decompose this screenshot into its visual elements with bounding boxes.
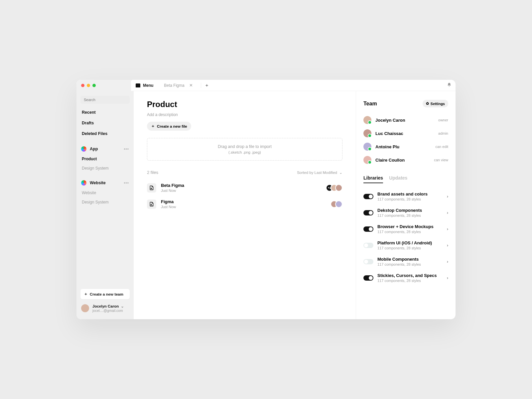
library-row: Dekstop Components117 components, 28 sty… [363,204,448,221]
create-team-label: Create a new team [90,292,123,296]
create-file-label: Create a new file [157,124,187,128]
library-toggle[interactable] [363,194,373,199]
member-role: can view [434,158,448,162]
sort-label: Sorted by Last Modified [297,171,337,175]
member-name: Antoine Plu [375,144,399,149]
sidebar-section-app[interactable]: App ••• [76,144,134,154]
library-row: Stickies, Cursors, and Specs117 componen… [363,270,448,286]
user-name: Jocelyn Caron [92,304,119,308]
menu-tab[interactable]: Menu [131,80,159,91]
avatar [363,143,371,151]
nav-recent[interactable]: Recent [76,107,134,118]
maximize-window-icon[interactable] [92,84,96,87]
tab-updates[interactable]: Updates [389,175,407,183]
chevron-right-icon[interactable]: › [447,227,448,231]
dropzone[interactable]: Drag and drop a file to import (.sketch … [147,138,342,161]
team-member[interactable]: Antoine Plucan edit [363,140,448,153]
library-row: Platform UI (iOS / Android)117 component… [363,237,448,253]
avatar [335,184,342,192]
document-tab-label: Beta Figma [164,83,184,88]
chevron-down-icon[interactable]: ⌄ [121,304,124,309]
avatar-group [331,200,342,208]
library-toggle[interactable] [363,243,373,248]
library-info: 117 components, 28 styles [377,279,437,283]
avatar-group: +2 [329,184,342,192]
chevron-down-icon: ⌄ [339,170,342,175]
description-placeholder[interactable]: Add a description [147,112,342,117]
file-row[interactable]: FigmaJust Now [147,196,342,212]
nav-deleted[interactable]: Deleted Files [76,128,134,139]
member-name: Claire Coullon [375,158,405,163]
create-team-button[interactable]: ＋ Create a new team [80,289,130,299]
chevron-right-icon[interactable]: › [447,194,448,199]
sidebar-item-product[interactable]: Product [76,154,134,164]
file-time: Just Now [161,189,184,193]
library-name: Stickies, Cursors, and Specs [377,273,437,278]
library-row: Brand assets and colors117 components, 2… [363,188,448,204]
team-heading: Team [363,101,377,107]
sidebar-item-website[interactable]: Website [76,188,134,198]
menu-label: Menu [143,83,153,88]
member-role: admin [438,131,448,135]
notifications-icon[interactable] [447,82,452,88]
new-tab-button[interactable]: ＋ [204,82,209,88]
window-controls [76,80,134,91]
library-toggle[interactable] [363,259,373,264]
sort-button[interactable]: Sorted by Last Modified ⌄ [297,170,342,175]
library-info: 117 components, 28 styles [377,262,421,266]
chevron-right-icon[interactable]: › [447,243,448,248]
sidebar-item-design-system[interactable]: Design System [76,164,134,173]
library-toggle[interactable] [363,210,373,215]
library-row: Mobile Components117 components, 28 styl… [363,253,448,270]
library-toggle[interactable] [363,275,373,281]
create-file-button[interactable]: ＋ Create a new file [147,122,191,131]
section-title: App [90,147,98,151]
chevron-right-icon[interactable]: › [447,276,448,280]
sidebar-section-website[interactable]: Website ••• [76,178,134,188]
figma-logo-icon [81,180,86,186]
team-member[interactable]: Luc Chaissacadmin [363,127,448,140]
chevron-right-icon[interactable]: › [447,210,448,215]
plus-icon: ＋ [84,292,88,297]
close-window-icon[interactable] [81,84,84,87]
member-name: Luc Chaissac [375,131,403,136]
file-name: Figma [161,199,176,204]
page-title: Product [147,100,342,109]
section-title: Website [90,181,106,185]
chevron-right-icon[interactable]: › [447,259,448,264]
file-time: Just Now [161,205,176,209]
sidebar-item-website-design-system[interactable]: Design System [76,198,134,207]
document-tab[interactable]: Beta Figma ✕ [159,83,197,88]
more-icon[interactable]: ••• [124,147,129,151]
file-row[interactable]: Beta FigmaJust Now+2 [147,180,342,196]
avatar [363,156,371,164]
team-member[interactable]: Jocelyn Caronowner [363,113,448,127]
nav-drafts[interactable]: Drafts [76,118,134,128]
tab-separator [201,83,201,88]
titlebar: Menu Beta Figma ✕ ＋ [76,80,456,91]
library-info: 117 components, 28 styles [377,213,422,217]
member-name: Jocelyn Caron [375,118,405,123]
right-tabs: Libraries Updates [363,175,448,184]
tab-libraries[interactable]: Libraries [363,175,383,183]
files-count: 2 files [147,170,158,175]
library-info: 117 components, 28 styles [377,197,428,201]
folder-icon [136,83,140,87]
avatar [363,116,371,124]
gear-icon: ✿ [426,101,429,106]
team-settings-button[interactable]: ✿ Settings [423,100,448,107]
library-row: Browser + Device Mockups117 components, … [363,221,448,237]
more-icon[interactable]: ••• [124,181,129,185]
current-user[interactable]: Jocelyn Caron ⌄ jocel....@gmail.com [76,302,134,316]
library-info: 117 components, 28 styles [377,246,432,250]
avatar [81,304,89,312]
library-name: Mobile Components [377,257,421,262]
file-icon [147,200,156,209]
minimize-window-icon[interactable] [87,84,90,87]
figma-logo-icon [81,146,86,152]
close-tab-icon[interactable]: ✕ [189,83,193,88]
library-name: Platform UI (iOS / Android) [377,240,432,245]
search-input[interactable] [80,96,130,104]
library-toggle[interactable] [363,226,373,232]
team-member[interactable]: Claire Coulloncan view [363,153,448,167]
